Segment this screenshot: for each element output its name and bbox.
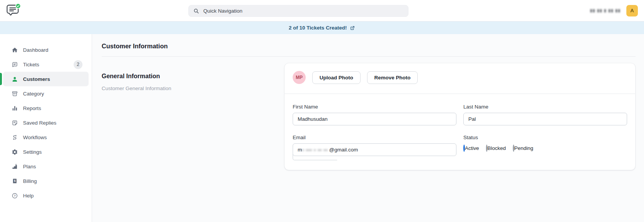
- help-icon: ?: [12, 192, 18, 199]
- gear-icon: [12, 149, 18, 155]
- sidebar-item-label: Settings: [23, 149, 42, 155]
- email-domain-text: @gmail.com: [329, 147, 358, 153]
- sidebar-item-billing[interactable]: $Billing: [0, 174, 92, 188]
- email-field[interactable]: m▪ ▪▪▪ ▪ ▪▪ ▪▪@gmail.com: [293, 143, 456, 156]
- page-title: Customer Information: [102, 43, 636, 50]
- sidebar-item-settings[interactable]: Settings: [0, 145, 92, 159]
- status-radio-blocked[interactable]: Blocked: [486, 145, 506, 151]
- radio-icon: [463, 145, 465, 152]
- home-icon: [12, 47, 18, 53]
- external-link-icon: [350, 25, 355, 31]
- email-field-group: Email m▪ ▪▪▪ ▪ ▪▪ ▪▪@gmail.com: [293, 135, 456, 156]
- sidebar: DashboardTickets2CustomersCategoryReport…: [0, 34, 92, 222]
- person-icon: [12, 76, 18, 82]
- main-content: Customer Information General Information…: [92, 34, 644, 222]
- radio-icon: [486, 145, 488, 152]
- quick-navigation-search[interactable]: [188, 5, 408, 17]
- email-redacted-text: ▪ ▪▪▪ ▪ ▪▪ ▪▪: [302, 148, 328, 152]
- status-radio-pending[interactable]: Pending: [513, 145, 534, 151]
- sidebar-item-label: Workflows: [23, 135, 47, 140]
- sidebar-item-label: Reports: [23, 105, 41, 111]
- sidebar-item-customers[interactable]: Customers: [0, 72, 92, 86]
- status-radio-active[interactable]: Active: [463, 145, 479, 151]
- sidebar-item-plans[interactable]: Plans: [0, 159, 92, 174]
- customer-avatar: MP: [293, 71, 306, 84]
- active-indicator: [0, 73, 2, 85]
- topbar-right-group: ▮▮ ▮▮ ▮ ▮▮ ▮▮ A: [590, 5, 638, 16]
- upload-photo-button[interactable]: Upload Photo: [312, 71, 361, 84]
- tickets-created-banner[interactable]: 2 of 10 Tickets Created!: [0, 21, 644, 34]
- email-visible-prefix: m: [298, 147, 302, 153]
- user-avatar[interactable]: A: [626, 5, 638, 16]
- stairs-icon: [12, 163, 18, 170]
- search-icon: [193, 8, 199, 14]
- status-label: Status: [463, 135, 627, 140]
- email-label: Email: [293, 135, 456, 140]
- status-option-label: Active: [465, 145, 479, 151]
- workflow-icon: [12, 134, 18, 141]
- first-name-field-group: First Name: [293, 104, 456, 125]
- sidebar-item-reports[interactable]: Reports: [0, 101, 92, 115]
- remove-photo-button[interactable]: Remove Photo: [367, 71, 418, 84]
- note-icon: [12, 120, 18, 126]
- search-input[interactable]: [203, 8, 404, 14]
- section-subtitle: Customer General Information: [102, 86, 284, 91]
- chat-icon: [12, 61, 18, 68]
- status-radio-group: ActiveBlockedPending: [463, 143, 627, 156]
- sidebar-item-label: Saved Replies: [23, 120, 56, 126]
- banner-text: 2 of 10 Tickets Created!: [289, 25, 347, 31]
- bar-chart-icon: [12, 105, 18, 112]
- last-name-input[interactable]: [463, 113, 627, 125]
- sidebar-item-dashboard[interactable]: Dashboard: [0, 43, 92, 57]
- sidebar-item-label: Help: [23, 193, 34, 199]
- sidebar-item-category[interactable]: Category: [0, 86, 92, 101]
- archive-icon: [12, 90, 18, 97]
- status-field-group: Status ActiveBlockedPending: [463, 135, 627, 156]
- first-name-label: First Name: [293, 104, 456, 110]
- sidebar-item-label: Dashboard: [23, 47, 48, 53]
- status-option-label: Pending: [514, 145, 534, 151]
- card-divider: [285, 94, 635, 94]
- sidebar-item-label: Category: [23, 91, 44, 97]
- svg-text:?: ?: [14, 194, 16, 197]
- last-name-label: Last Name: [463, 104, 627, 110]
- radio-icon: [513, 145, 514, 152]
- section-title: General Information: [102, 73, 284, 80]
- sidebar-item-label: Tickets: [23, 62, 39, 67]
- customer-form-card: MP Upload Photo Remove Photo First Name …: [284, 63, 636, 170]
- sidebar-item-label: Customers: [23, 76, 50, 82]
- sidebar-item-saved-replies[interactable]: Saved Replies: [0, 115, 92, 130]
- sidebar-item-workflows[interactable]: Workflows: [0, 130, 92, 145]
- app-logo-icon[interactable]: [6, 3, 21, 18]
- sidebar-item-help[interactable]: ?Help: [0, 188, 92, 203]
- receipt-icon: $: [12, 178, 18, 184]
- ticket-count-badge: 2: [74, 60, 82, 69]
- redacted-usage-stats: ▮▮ ▮▮ ▮ ▮▮ ▮▮: [590, 8, 621, 13]
- status-option-label: Blocked: [488, 145, 506, 151]
- top-bar: ▮▮ ▮▮ ▮ ▮▮ ▮▮ A: [0, 0, 644, 21]
- first-name-input[interactable]: [293, 113, 456, 125]
- last-name-field-group: Last Name: [463, 104, 627, 125]
- sidebar-item-label: Plans: [23, 164, 36, 169]
- sidebar-item-tickets[interactable]: Tickets2: [0, 57, 92, 72]
- sidebar-item-label: Billing: [23, 178, 37, 184]
